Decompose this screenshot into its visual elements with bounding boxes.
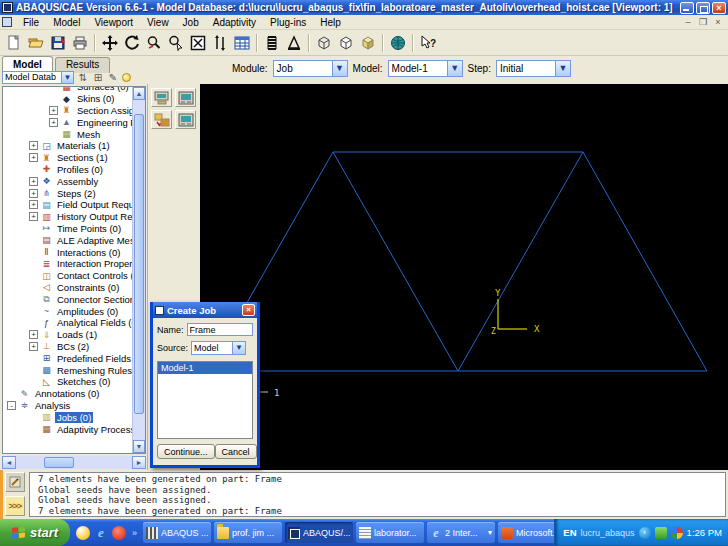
expand-icon[interactable]: + <box>29 200 38 209</box>
view-options-grid-icon[interactable] <box>231 32 253 54</box>
sort-arrows-icon[interactable]: ⇅ <box>77 72 89 83</box>
vertical-fit-icon[interactable] <box>209 32 231 54</box>
start-button[interactable]: start <box>0 519 70 546</box>
model-list-item[interactable]: Model-1 <box>158 362 252 374</box>
message-log[interactable]: 7 elements have been generated on part: … <box>29 472 726 517</box>
create-job-icon[interactable] <box>175 88 196 107</box>
wireframe-render-icon[interactable] <box>313 32 335 54</box>
tree-item-section-assignments[interactable]: +♜Section Assignments <box>3 105 132 117</box>
expand-icon[interactable]: + <box>29 330 38 339</box>
tree-item-engineering-features[interactable]: +▲Engineering Features <box>3 116 132 128</box>
taskbar-button-microsoft[interactable]: Microsoft... <box>498 522 554 543</box>
taskbar-button-2-inter[interactable]: e2 Inter...▾ <box>427 522 495 543</box>
tree-item-history-output-requests[interactable]: +▥History Output Requests <box>3 211 132 223</box>
render-beam-profiles-icon[interactable] <box>261 32 283 54</box>
tree-item-skins-0[interactable]: ◆Skins (0) <box>3 93 132 105</box>
menu-help[interactable]: Help <box>313 16 348 29</box>
messenger-icon[interactable] <box>76 526 90 540</box>
tree-item-field-output-requests[interactable]: +▤Field Output Requests <box>3 199 132 211</box>
language-bar-icon[interactable]: ‹ <box>639 527 651 539</box>
tree-item-sketches-0[interactable]: ◺Sketches (0) <box>3 376 132 388</box>
cancel-button[interactable]: Cancel <box>215 444 257 459</box>
fit-view-icon[interactable] <box>187 32 209 54</box>
close-icon[interactable]: × <box>712 2 726 14</box>
tree-item-interaction-properties-0[interactable]: ≣Interaction Properties (0) <box>3 258 132 270</box>
create-adaptivity-icon[interactable] <box>175 110 196 129</box>
language-bar-text[interactable]: lucru_abaqus <box>581 528 635 538</box>
dialog-title-bar[interactable]: Create Job × <box>153 302 257 318</box>
menu-model[interactable]: Model <box>46 16 87 29</box>
render-shell-thickness-icon[interactable] <box>283 32 305 54</box>
close-icon[interactable]: × <box>242 304 255 316</box>
mdi-close-icon[interactable]: × <box>712 17 724 27</box>
taskbar-button-abaqus[interactable]: ABAQUS ... <box>143 522 211 543</box>
tree-item-analytical-fields-0[interactable]: ƒAnalytical Fields (0) <box>3 317 132 329</box>
expand-icon[interactable]: + <box>29 342 38 351</box>
tree-item-constraints-0[interactable]: ◁Constraints (0) <box>3 282 132 294</box>
source-select[interactable]: Model ▼ <box>191 341 246 355</box>
zoom-select-icon[interactable] <box>165 32 187 54</box>
tree-item-adaptivity-processes-0[interactable]: ▦Adaptivity Processes (0) <box>3 423 132 435</box>
overflow-chevron-icon[interactable]: » <box>132 528 137 538</box>
tree-item-amplitudes-0[interactable]: ~Amplitudes (0) <box>3 305 132 317</box>
group-chevron-icon[interactable]: ▾ <box>488 528 492 537</box>
collapse-icon[interactable]: - <box>7 401 16 410</box>
module-select[interactable]: Job▼ <box>273 60 348 77</box>
save-icon[interactable] <box>47 32 69 54</box>
tree-item-loads-1[interactable]: +⇓Loads (1) <box>3 329 132 341</box>
expand-icon[interactable]: + <box>29 212 38 221</box>
step-select[interactable]: Initial▼ <box>496 60 571 77</box>
taskbar-button-laborator[interactable]: laborator... <box>356 522 424 543</box>
create-item-icon[interactable]: ⊞ <box>92 72 104 83</box>
tree-item-annotations-0[interactable]: ✎Annotations (0) <box>3 388 132 400</box>
lightbulb-icon[interactable] <box>122 73 131 82</box>
expand-icon[interactable]: + <box>49 118 58 127</box>
expand-icon[interactable]: + <box>29 177 38 186</box>
tree-item-connector-sections-0[interactable]: ⧉Connector Sections (0) <box>3 293 132 305</box>
tree-item-ale-adaptive-mesh-constraints[interactable]: ▤ALE Adaptive Mesh Constraints <box>3 234 132 246</box>
menu-job[interactable]: Job <box>176 16 206 29</box>
menu-viewport[interactable]: Viewport <box>87 16 140 29</box>
job-manager-icon[interactable] <box>151 88 172 107</box>
model-select[interactable]: Model-1▼ <box>388 60 463 77</box>
tree-scope-combobox[interactable]: Model Datab ▼ <box>2 71 74 84</box>
menu-plug-ins[interactable]: Plug-ins <box>263 16 313 29</box>
render-style-sphere-icon[interactable] <box>387 32 409 54</box>
menu-view[interactable]: View <box>140 16 176 29</box>
menu-adaptivity[interactable]: Adaptivity <box>206 16 263 29</box>
tree-item-profiles-0[interactable]: ✚Profiles (0) <box>3 164 132 176</box>
open-folder-icon[interactable] <box>25 32 47 54</box>
continue-button[interactable]: Continue... <box>157 444 215 459</box>
tree-item-sections-1[interactable]: +♜Sections (1) <box>3 152 132 164</box>
taskbar-button-prof-jim[interactable]: prof. jim ... <box>214 522 282 543</box>
context-help-icon[interactable]: ? <box>417 32 439 54</box>
model-listbox[interactable]: Model-1 <box>157 361 253 439</box>
mdi-minimize-icon[interactable]: – <box>682 17 694 27</box>
language-badge[interactable]: EN <box>563 527 576 538</box>
expand-icon[interactable]: + <box>29 141 38 150</box>
internet-explorer-icon[interactable]: e <box>94 526 108 540</box>
tree-item-analysis[interactable]: -≑Analysis <box>3 400 132 412</box>
magnify-icon[interactable] <box>143 32 165 54</box>
message-log-icon[interactable] <box>5 472 25 492</box>
tree-item-interactions-0[interactable]: ⅡInteractions (0) <box>3 246 132 258</box>
viewport-canvas[interactable]: YXZ1 <box>200 84 728 470</box>
expand-icon[interactable]: + <box>29 153 38 162</box>
restore-icon[interactable] <box>696 2 710 14</box>
tree-item-jobs-0[interactable]: ▥Jobs (0) <box>3 411 132 423</box>
tree-item-mesh[interactable]: ▦Mesh <box>3 128 132 140</box>
tree-vertical-scrollbar[interactable]: ▲ ▼ <box>132 87 145 453</box>
minimize-icon[interactable] <box>680 2 694 14</box>
hidden-line-render-icon[interactable] <box>335 32 357 54</box>
menu-file[interactable]: File <box>16 16 46 29</box>
expand-icon[interactable]: + <box>29 189 38 198</box>
tray-color-icon[interactable] <box>671 527 683 539</box>
adaptivity-manager-icon[interactable] <box>151 110 172 129</box>
tree-item-contact-controls-0[interactable]: ◫Contact Controls (0) <box>3 270 132 282</box>
opera-icon[interactable] <box>112 526 126 540</box>
tree-item-assembly[interactable]: +❖Assembly <box>3 175 132 187</box>
rotate-icon[interactable] <box>121 32 143 54</box>
pan-icon[interactable] <box>99 32 121 54</box>
tree-item-steps-2[interactable]: +⋔Steps (2) <box>3 187 132 199</box>
tree-item-remeshing-rules-0[interactable]: ▩Remeshing Rules (0) <box>3 364 132 376</box>
